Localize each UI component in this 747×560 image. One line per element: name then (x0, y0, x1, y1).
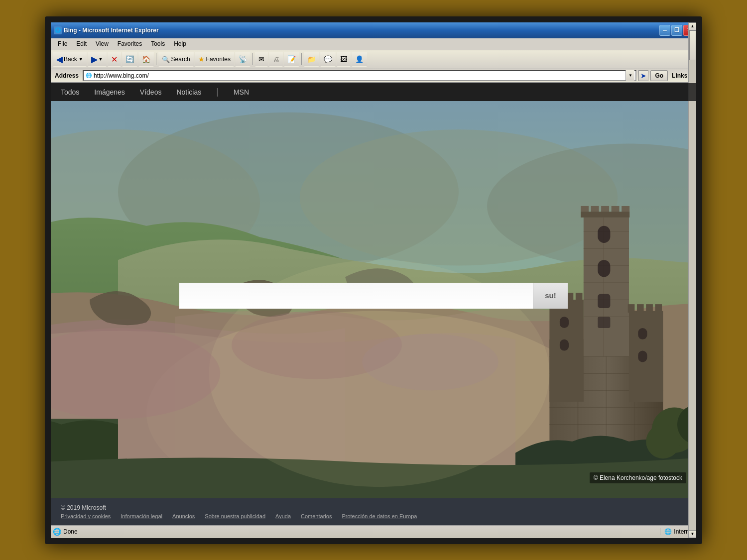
forward-arrow-icon: ▶ (91, 55, 97, 64)
page-area: Todos Imágenes Vídeos Noticias | MSN (51, 83, 696, 525)
mail-icon: ✉ (258, 55, 264, 63)
status-bar: 🌐 Done 🌐 Internet (51, 525, 696, 538)
tools-toolbar-button[interactable]: 👤 (352, 52, 367, 67)
bing-nav-imagenes[interactable]: Imágenes (94, 85, 124, 99)
menu-tools[interactable]: Tools (147, 39, 169, 48)
messenger-button[interactable]: 💬 (320, 52, 336, 67)
edit-icon: 📝 (287, 55, 296, 63)
svg-rect-33 (598, 294, 610, 308)
minimize-button[interactable]: ─ (659, 25, 670, 36)
forward-button[interactable]: ▶ ▼ (88, 52, 107, 67)
monitor-frame: 🌐 Bing - Microsoft Internet Explorer ─ ❐… (45, 16, 702, 544)
footer-link-anuncios[interactable]: Anuncios (172, 513, 195, 519)
svg-rect-47 (638, 328, 647, 339)
address-input[interactable] (94, 72, 624, 79)
print-button[interactable]: 🖨 (269, 52, 283, 67)
bing-nav-videos[interactable]: Vídeos (140, 85, 162, 99)
svg-rect-41 (628, 304, 635, 313)
media-button[interactable]: 📡 (235, 52, 250, 67)
print-icon: 🖨 (272, 55, 279, 63)
footer-link-legal[interactable]: Información legal (121, 513, 162, 519)
favorites-toolbar-button[interactable]: ★ Favorites (195, 52, 234, 67)
site-favicon: 🌐 (85, 72, 93, 80)
svg-point-57 (362, 334, 498, 390)
nav-separator: | (216, 87, 219, 97)
toolbar-separator-3 (301, 53, 302, 65)
svg-rect-44 (655, 304, 662, 313)
mail-button[interactable]: ✉ (255, 52, 268, 67)
footer-copyright: © 2019 Microsoft (61, 504, 686, 511)
search-container: su! (179, 283, 568, 309)
footer-links: Privacidad y cookies Información legal A… (61, 513, 686, 519)
svg-rect-43 (646, 304, 653, 313)
bing-search-input[interactable] (179, 283, 533, 309)
svg-rect-40 (576, 293, 583, 301)
refresh-button[interactable]: 🔄 (122, 52, 137, 67)
back-button[interactable]: ◀ Back ▼ (53, 52, 87, 67)
address-go-arrow[interactable]: ➤ (638, 70, 648, 81)
stop-icon: ✕ (111, 55, 118, 64)
menu-file[interactable]: File (54, 39, 71, 48)
footer-link-publicidad[interactable]: Sobre nuestra publicidad (205, 513, 265, 519)
scrollbar: ▲ ▼ (688, 83, 696, 525)
menu-favorites[interactable]: Favorites (114, 39, 146, 48)
status-bar-left: 🌐 Done (53, 528, 656, 536)
svg-rect-31 (598, 225, 610, 242)
stop-button[interactable]: ✕ (108, 52, 121, 67)
edit-button[interactable]: 📝 (284, 52, 299, 67)
toolbar-separator-2 (252, 53, 253, 65)
window-icon: 🌐 (54, 26, 62, 34)
menu-edit[interactable]: Edit (72, 39, 91, 48)
footer-link-proteccion[interactable]: Protección de datos en Europa (342, 513, 417, 519)
window-title: Bing - Microsoft Internet Explorer (64, 27, 159, 34)
svg-rect-34 (598, 317, 610, 328)
svg-rect-35 (549, 300, 583, 402)
svg-rect-42 (637, 304, 644, 313)
status-text: Done (63, 528, 78, 535)
folder-icon: 📁 (307, 55, 316, 63)
bing-footer: © 2019 Microsoft Privacidad y cookies In… (51, 498, 696, 525)
toolbar-separator-1 (156, 53, 156, 65)
address-dropdown-button[interactable]: ▼ (625, 70, 634, 81)
zone-icon: 🌐 (664, 528, 672, 535)
home-button[interactable]: 🏠 (138, 52, 154, 67)
menu-help[interactable]: Help (170, 39, 190, 48)
refresh-icon: 🔄 (125, 55, 134, 63)
footer-link-privacidad[interactable]: Privacidad y cookies (61, 513, 111, 519)
svg-rect-45 (560, 317, 569, 328)
search-magnifier-icon: 🔍 (162, 56, 170, 63)
footer-link-ayuda[interactable]: Ayuda (275, 513, 291, 519)
status-page-icon: 🌐 (53, 528, 61, 536)
messenger-icon: 💬 (324, 55, 332, 63)
search-button[interactable]: 🔍 Search (158, 52, 194, 67)
photo-credit: © Elena Korchenko/age fotostock (590, 472, 686, 483)
home-icon: 🏠 (142, 55, 150, 63)
footer-link-comentarios[interactable]: Comentarios (301, 513, 332, 519)
bing-search-button[interactable]: su! (533, 283, 568, 309)
address-label: Address (53, 72, 81, 79)
svg-rect-30 (581, 212, 629, 217)
back-dropdown-icon: ▼ (79, 57, 83, 62)
folder-button[interactable]: 📁 (304, 52, 319, 67)
back-arrow-icon: ◀ (56, 55, 62, 64)
menu-bar: File Edit View Favorites Tools Help (51, 38, 696, 50)
toolbar: ◀ Back ▼ ▶ ▼ ✕ 🔄 🏠 🔍 Search (51, 50, 696, 69)
scrollbar-track[interactable] (689, 83, 696, 525)
restore-button[interactable]: ❐ (671, 25, 682, 36)
bing-navbar: Todos Imágenes Vídeos Noticias | MSN (51, 83, 696, 101)
menu-view[interactable]: View (92, 39, 113, 48)
svg-rect-46 (560, 339, 569, 350)
svg-rect-32 (598, 260, 610, 277)
tools-icon: 👤 (355, 55, 364, 63)
links-label: Links (670, 72, 689, 79)
svg-rect-48 (638, 350, 647, 362)
bing-nav-todos[interactable]: Todos (61, 85, 79, 99)
search-btn-text: su! (545, 291, 556, 300)
media-icon: 📡 (239, 55, 247, 63)
bing-nav-msn[interactable]: MSN (234, 85, 249, 99)
photo-button[interactable]: 🖼 (337, 52, 351, 67)
bing-background: su! © Elena Korchenko/age fotostock (51, 101, 696, 498)
bing-nav-noticias[interactable]: Noticias (176, 85, 201, 99)
address-bar: Address 🌐 ▼ ➤ Go Links » (51, 69, 696, 83)
go-button[interactable]: Go (650, 70, 668, 81)
